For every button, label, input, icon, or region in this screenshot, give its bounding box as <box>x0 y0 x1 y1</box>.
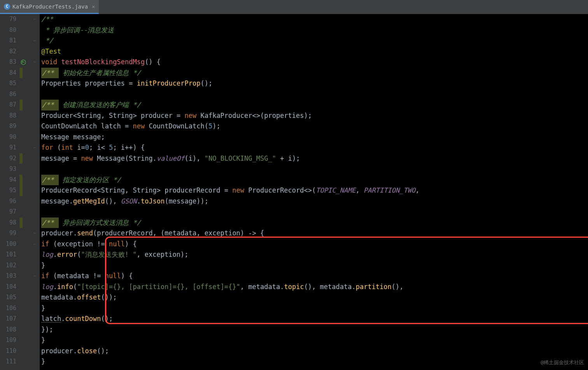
keyword: int <box>61 142 77 153</box>
file-tab[interactable]: C KafkaProducerTests.java × <box>0 0 99 14</box>
code-text: + <box>276 153 288 164</box>
method-call: getMegId <box>73 196 105 207</box>
code-text: , <box>240 282 248 293</box>
code-editor[interactable]: 7980818283848586878889909192939495969798… <box>0 14 588 370</box>
code-text: != <box>93 239 109 250</box>
code-text: ProducerRecord<>( <box>248 185 316 196</box>
constant: TOPIC_NAME <box>316 185 355 196</box>
tab-filename: KafkaProducerTests.java <box>12 4 88 10</box>
method-call: toJson <box>141 196 164 207</box>
code-text: Message <box>41 132 73 143</box>
code-text: . <box>53 282 57 293</box>
variable: i <box>121 142 125 153</box>
code-text: , <box>356 185 364 196</box>
code-text: . <box>280 282 284 293</box>
code-text: ( <box>77 249 81 260</box>
code-text: ); <box>212 121 220 132</box>
code-text: = <box>173 110 185 121</box>
javadoc-line: /** <box>41 14 53 25</box>
variable: metadata <box>57 271 89 282</box>
variable: i <box>97 142 101 153</box>
constant: GSON <box>121 196 137 207</box>
lambda-param: metadata <box>164 228 196 239</box>
line-number-gutter: 7980818283848586878889909192939495969798… <box>0 14 19 370</box>
code-text: . <box>352 282 355 293</box>
code-text: ); <box>180 249 188 260</box>
code-text: . <box>53 249 57 260</box>
code-text: ) { <box>121 271 133 282</box>
code-text: (), <box>105 196 121 207</box>
static-field: log <box>41 249 53 260</box>
number: 5 <box>109 142 113 153</box>
code-text: . <box>137 196 141 207</box>
variable: producer <box>41 346 73 357</box>
code-text: (); <box>101 314 113 324</box>
code-text: CountDownLatch( <box>149 121 208 132</box>
code-text: ; <box>89 142 97 153</box>
code-text: } <box>41 303 45 314</box>
variable: metadata <box>248 282 280 293</box>
code-text: , <box>136 249 144 260</box>
keyword: void <box>41 57 61 68</box>
code-text: = <box>81 142 85 153</box>
code-text: = <box>220 185 233 196</box>
javadoc-text: 初始化生产者属性信息 */ <box>59 68 141 79</box>
code-text: ( <box>93 228 97 239</box>
code-text: Producer<String, String> <box>41 110 141 121</box>
watermark-text: @稀土掘金技术社区 <box>541 357 584 368</box>
code-text: ( <box>164 196 168 207</box>
code-text: . <box>61 314 65 324</box>
variable: exception <box>145 249 180 260</box>
variable: exception <box>57 239 93 250</box>
keyword: null <box>109 239 125 250</box>
code-text: } <box>41 260 45 271</box>
code-text: ( <box>185 153 189 164</box>
variable: message <box>41 196 69 207</box>
code-text: = <box>125 78 137 89</box>
code-text: ()); <box>101 292 117 303</box>
code-text: , <box>415 185 419 196</box>
code-text: ); <box>292 153 300 164</box>
code-text: ; <box>113 142 121 153</box>
string: "[topic]={}, [partition]={}, [offset]={}… <box>77 282 240 293</box>
number: 5 <box>208 121 212 132</box>
code-text: , ( <box>153 228 165 239</box>
code-text: ++) { <box>125 142 145 153</box>
code-text: (), <box>304 282 320 293</box>
method-call: partition <box>356 282 392 293</box>
code-text: Message(String. <box>97 153 157 164</box>
string: "消息发送失败! " <box>81 249 136 260</box>
fold-gutter: −−−−−−− <box>30 14 40 370</box>
variable: i <box>189 153 192 164</box>
close-icon[interactable]: × <box>92 4 95 10</box>
tab-bar: C KafkaProducerTests.java × <box>0 0 588 14</box>
code-text: (); <box>200 78 212 89</box>
variable: message <box>41 153 69 164</box>
variable: message <box>169 196 197 207</box>
code-text: () { <box>145 57 161 68</box>
keyword: new <box>184 110 200 121</box>
variable: properties <box>85 78 125 89</box>
method-call: info <box>57 282 73 293</box>
javadoc-inline: /** <box>41 100 59 110</box>
code-text: < <box>101 142 109 153</box>
code-text: ( <box>53 271 57 282</box>
code-text: ); <box>304 110 312 121</box>
code-text: ) { <box>125 239 137 250</box>
variable: properties <box>264 110 304 121</box>
code-text: (); <box>97 346 109 357</box>
javadoc-line: */ <box>41 35 53 46</box>
code-text: ( <box>53 239 57 250</box>
variable: producer <box>41 228 73 239</box>
code-text: = <box>69 153 81 164</box>
code-content[interactable]: /** * 异步回调--消息发送 */ @Test void testNoBlo… <box>40 14 588 370</box>
method-name: testNoBlockingSendMsg <box>61 57 145 68</box>
code-text: Properties <box>41 78 85 89</box>
code-text: (), <box>392 282 404 293</box>
code-text: }); <box>41 324 53 335</box>
variable: producerRecord <box>164 185 220 196</box>
code-text: != <box>89 271 105 282</box>
javadoc-inline: /** <box>41 68 59 79</box>
javadoc-line: * 异步回调--消息发送 <box>41 25 114 36</box>
variable: metadata <box>320 282 352 293</box>
